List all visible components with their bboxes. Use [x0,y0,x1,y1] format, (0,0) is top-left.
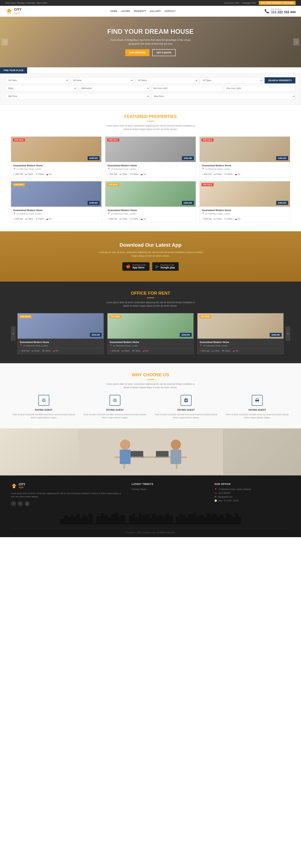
features-grid: PAYING GUEST Dolor sit amet consectetr s… [11,395,290,419]
status-select[interactable]: All Status [135,77,198,84]
property-card[interactable]: FOR RENT $389,000 Guaranteed Modern Home… [105,181,196,222]
app-buttons: 🍎 Download on the App Store ▷ Download o… [5,262,296,271]
max-price-select[interactable]: Max Price [151,93,296,99]
google-button[interactable]: g [25,501,30,506]
property-price-badge: $399,000 [88,156,99,160]
office-card[interactable]: FOR RENT $289,000 Guaranteed Modern Home… [107,313,194,354]
carousel-prev-button[interactable]: ‹ [11,326,16,341]
our-services-button[interactable]: OUR SERVICES [125,49,150,56]
settings-icon [112,398,118,403]
logo[interactable]: CITY night [5,8,22,15]
feature-icon-2 [110,395,120,406]
office-property-location: 📍14 Tottenham Road, London [20,344,101,347]
prop-garage: 🚗 Yes [46,218,52,220]
areas-select[interactable]: All Areas [70,77,133,84]
svg-rect-2 [8,12,9,14]
svg-rect-35 [86,517,89,524]
property-price-badge: $389,000 [276,201,288,205]
get-quote-button[interactable]: GET A QUOTE [152,49,176,56]
logo-text: CITY night [14,8,22,15]
min-area-input[interactable] [151,85,222,91]
office-property-location: 📍14 Tottenham Road, London [200,344,281,347]
property-features: ✂ 3000 Sqft 🛏 3 Beds 🚿 3 Baths 🚗 Yes [108,216,193,220]
office-card[interactable]: FOR RENT $389,000 Guaranteed Modern Home… [197,313,283,354]
app-store-button[interactable]: 🍎 Download on the App Store [122,262,150,271]
property-features: ✂ 3000 Sqft 🛏 3 Beds 🚿 3 Baths 🚗 Yes [13,216,99,220]
footer-logo[interactable]: CITY night [11,483,124,489]
prop-garage: 🚗 Yes [53,350,58,352]
gear-icon [41,398,47,403]
office-col-title: OUR OFFICE [214,483,290,486]
google-play-button[interactable]: ▷ Download on the Google play [152,262,178,271]
svg-rect-62 [188,514,193,524]
svg-rect-21 [120,450,131,464]
facebook-button[interactable]: f [11,501,16,506]
min-price-select[interactable]: Min Price [6,93,150,99]
nav-contact[interactable]: CONTACT [164,10,176,12]
office-property-badge: FOR RENT [199,315,211,318]
property-location: 📍14 Tottenham Road, London [13,213,99,215]
types-select[interactable]: All Types [200,77,263,84]
prop-baths: 🚿 3 Baths [129,173,139,175]
bathrooms-select[interactable]: Bathrooms [79,85,150,91]
app-subtitle: Lorem ipsum dolor sit amet, consectetur … [96,251,205,257]
carousel-next-button[interactable]: › [285,326,290,341]
prop-baths: 🚿 2 Baths [132,350,141,352]
twitter-button[interactable]: t [18,501,23,506]
office-address-item: 📍 4 Tottenham Road, London, England [214,488,290,491]
feature-item: PAYING GUEST Dolor sit amet consectetr s… [224,395,290,419]
svg-rect-38 [101,513,104,524]
office-card[interactable]: FOR RENT $389,000 Guaranteed Modern Home… [18,313,104,354]
office-subtitle: Lorem ipsum dolor sit amet, consectetur … [106,301,196,308]
property-card[interactable]: FOR SALE $399,000 Guaranteed Modern Home… [11,136,101,178]
office-hours-item: 🕐 Mon - Fri: 8.00 - 18.00 [214,499,290,502]
svg-rect-42 [115,513,118,524]
svg-rect-76 [235,514,238,524]
prop-garage: 🚗 Yes [46,173,52,175]
property-features: ✂ 3000 Sqft 🛏 3 Beds 🚿 3 Baths 🚗 Yes [13,172,99,175]
cities-select[interactable]: All Cities [6,77,69,84]
hero-prev-button[interactable]: ‹ [2,38,8,45]
nav-gallery[interactable]: GALLERY [150,10,161,12]
property-info: Guaranteed Modern Home 📍14 Tottenham Roa… [200,162,290,177]
feature-item: PAYING GUEST Dolor sit amet consectetr s… [11,395,77,419]
office-property-image: FOR RENT $289,000 [108,313,193,339]
team-photo [0,428,301,475]
svg-rect-19 [155,457,169,457]
nav-property[interactable]: PROPERTY [134,10,146,12]
address-icon: 📍 [214,488,217,491]
property-card[interactable]: FOR SALE $389,000 Guaranteed Modern Home… [200,136,290,178]
language-selector[interactable]: Language: ENG [242,2,256,4]
google-play-text: Download on the Google play [160,264,175,269]
property-card[interactable]: FOR SALE $389,000 Guaranteed Modern Home… [200,181,290,222]
property-badge: FOR RENT [13,183,25,186]
max-area-input[interactable] [224,85,295,91]
nav-listing[interactable]: LISTING [121,10,130,12]
featured-title: FEATURED PROPERTIES [11,114,290,119]
location-icon: 📍 [13,168,16,170]
property-card[interactable]: FOR RENT $399,000 Guaranteed Modern Home… [11,181,101,222]
search-property-button[interactable]: SEARCH PROPERTY [265,77,295,84]
hero-buttons: OUR SERVICES GET A QUOTE [106,49,196,56]
currency-selector[interactable]: (Currency): USD [224,2,239,4]
search-section: FIND YOUR PLACE All Cities All Areas All… [0,67,301,105]
feature-text-3: Dolor sit amet consectetr sed diam nonum… [153,413,219,419]
location-icon: 📍 [108,213,110,215]
office-property-info: Guaranteed Modern Home 📍14 Tottenham Roa… [198,339,283,354]
hero-content: FIND YOUR DREAM HOUSE If you dream of de… [106,28,196,56]
property-badge: FOR SALE [202,138,214,142]
beds-select[interactable]: Beds [6,85,77,91]
property-title: Guaranteed Modern Home [13,164,99,167]
nav-home[interactable]: HOME [111,10,117,12]
hero-next-button[interactable]: › [293,38,299,45]
svg-point-22 [171,440,181,450]
footer-about-col: CITY night Lorem ipsum dolor sit amet, c… [11,483,124,506]
svg-rect-26 [13,487,14,488]
property-card[interactable]: FOR SALE $389,000 Guaranteed Modern Home… [105,136,196,178]
svg-rect-70 [217,517,220,524]
featured-subtitle: Lorem ipsum dolor sit amet, consectetur … [106,124,196,131]
property-features: ✂ 3000 Sqft 🛏 3 Beds 🚿 3 Baths 🚗 Yes [202,172,288,175]
top-bar-info: Open Hours: Monday to Saturday - 8am to … [5,2,48,4]
get-property-button[interactable]: GET YOUR PROPERTY FOR FREE [259,1,296,5]
property-price-badge: $399,000 [88,201,99,205]
